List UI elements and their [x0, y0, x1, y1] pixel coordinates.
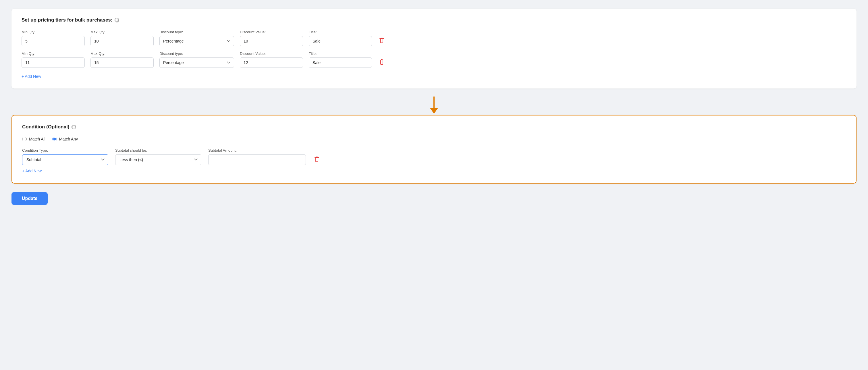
discount-type-label-2: Discount type:: [159, 52, 234, 56]
match-any-radio[interactable]: [52, 137, 57, 141]
update-button-label: Update: [22, 196, 37, 201]
arrow-container: [11, 94, 857, 115]
pricing-title-text: Set up pricing tiers for bulk purchases:: [22, 17, 112, 23]
max-qty-label-2: Max Qty:: [91, 52, 154, 56]
subtotal-should-be-select[interactable]: Less then (<) Greater then (>) Equal to …: [115, 154, 202, 165]
condition-add-new-label: + Add New: [22, 168, 42, 173]
arrow-shaft: [433, 96, 435, 108]
condition-row: Condition Type: Subtotal Quantity Produc…: [22, 148, 846, 165]
pricing-add-new-label: + Add New: [22, 74, 41, 79]
min-qty-group-1: Min Qty:: [22, 30, 85, 46]
discount-value-group-2: Discount Value:: [240, 52, 303, 68]
title-group-1: Title:: [309, 30, 372, 46]
match-any-label: Match Any: [59, 137, 78, 141]
condition-card: Condition (Optional) ⓘ Match All Match A…: [11, 115, 857, 184]
title-group-2: Title:: [309, 52, 372, 68]
min-qty-input-1[interactable]: [22, 36, 85, 46]
max-qty-input-1[interactable]: [91, 36, 154, 46]
min-qty-label-1: Min Qty:: [22, 30, 85, 34]
min-qty-group-2: Min Qty:: [22, 52, 85, 68]
min-qty-input-2[interactable]: [22, 57, 85, 68]
title-label-2: Title:: [309, 52, 372, 56]
subtotal-should-be-group: Subtotal should be: Less then (<) Greate…: [115, 148, 202, 165]
pricing-add-new-button[interactable]: + Add New: [22, 73, 41, 80]
discount-type-group-1: Discount type: Percentage Fixed: [159, 30, 234, 46]
max-qty-group-2: Max Qty:: [91, 52, 154, 68]
subtotal-should-be-label: Subtotal should be:: [115, 148, 202, 153]
max-qty-input-2[interactable]: [91, 57, 154, 68]
subtotal-amount-group: Subtotal Amount:: [208, 148, 306, 165]
match-radio-group: Match All Match Any: [22, 137, 846, 141]
discount-value-input-1[interactable]: [240, 36, 303, 46]
pricing-tiers-title: Set up pricing tiers for bulk purchases:…: [22, 17, 846, 23]
pricing-info-icon[interactable]: ⓘ: [115, 18, 119, 22]
discount-value-group-1: Discount Value:: [240, 30, 303, 46]
pricing-row-1: Min Qty: Max Qty: Discount type: Percent…: [22, 30, 846, 46]
condition-type-group: Condition Type: Subtotal Quantity Produc…: [22, 148, 108, 165]
title-input-1[interactable]: [309, 36, 372, 46]
discount-type-select-1[interactable]: Percentage Fixed: [159, 36, 234, 46]
discount-value-label-1: Discount Value:: [240, 30, 303, 34]
match-all-radio-label[interactable]: Match All: [22, 137, 45, 141]
arrow-head: [430, 108, 438, 114]
match-all-radio[interactable]: [22, 137, 27, 141]
delete-row-1-button[interactable]: [378, 35, 386, 46]
delete-row-2-button[interactable]: [378, 56, 386, 67]
min-qty-label-2: Min Qty:: [22, 52, 85, 56]
down-arrow: [430, 96, 438, 114]
max-qty-label-1: Max Qty:: [91, 30, 154, 34]
condition-title-text: Condition (Optional): [22, 124, 69, 130]
subtotal-amount-input[interactable]: [208, 154, 306, 165]
condition-add-new-button[interactable]: + Add New: [22, 167, 42, 174]
max-qty-group-1: Max Qty:: [91, 30, 154, 46]
discount-type-select-2[interactable]: Percentage Fixed: [159, 57, 234, 68]
discount-type-group-2: Discount type: Percentage Fixed: [159, 52, 234, 68]
subtotal-amount-label: Subtotal Amount:: [208, 148, 306, 153]
delete-condition-button[interactable]: [313, 154, 321, 164]
condition-title: Condition (Optional) ⓘ: [22, 124, 846, 130]
title-label-1: Title:: [309, 30, 372, 34]
discount-value-input-2[interactable]: [240, 57, 303, 68]
update-button[interactable]: Update: [11, 192, 48, 205]
condition-info-icon[interactable]: ⓘ: [71, 125, 76, 129]
match-all-label: Match All: [29, 137, 45, 141]
condition-type-select[interactable]: Subtotal Quantity Product: [22, 154, 108, 165]
title-input-2[interactable]: [309, 57, 372, 68]
discount-value-label-2: Discount Value:: [240, 52, 303, 56]
condition-type-label: Condition Type:: [22, 148, 108, 153]
pricing-row-2: Min Qty: Max Qty: Discount type: Percent…: [22, 52, 846, 68]
match-any-radio-label[interactable]: Match Any: [52, 137, 78, 141]
pricing-tiers-card: Set up pricing tiers for bulk purchases:…: [11, 9, 857, 89]
discount-type-label-1: Discount type:: [159, 30, 234, 34]
